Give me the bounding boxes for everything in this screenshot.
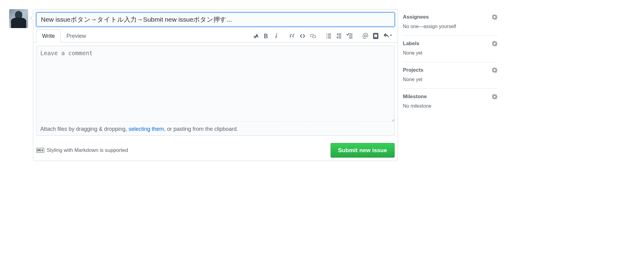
reply-dropdown[interactable] [383,33,392,39]
bold-icon[interactable] [263,33,269,39]
gear-icon[interactable] [492,94,497,99]
sidebar-labels: Labels None yet [403,36,497,62]
issue-composer: Write Preview [33,9,398,161]
assignees-none-text: No one— [403,24,424,29]
assignees-title: Assignees [403,14,429,20]
quote-icon[interactable] [289,33,295,39]
projects-title: Projects [403,67,423,73]
markdown-toolbar [252,33,395,39]
assign-yourself-link[interactable]: assign yourself [424,24,456,29]
attach-hint[interactable]: Attach files by dragging & dropping, sel… [36,123,395,136]
new-issue-form: Write Preview [9,9,497,161]
composer-footer: Styling with Markdown is supported Submi… [36,139,395,161]
labels-title: Labels [403,41,419,47]
assignees-value: No one—assign yourself [403,24,497,29]
milestone-title: Milestone [403,94,427,100]
markdown-hint-text: Styling with Markdown is supported [47,147,128,153]
unordered-list-icon[interactable] [326,33,332,39]
submit-new-issue-button[interactable]: Submit new issue [331,143,395,158]
gear-icon[interactable] [492,14,497,20]
mention-icon[interactable] [362,33,368,39]
attach-select-link[interactable]: selecting them [128,126,164,132]
issue-title-input[interactable] [36,13,395,27]
tab-write[interactable]: Write [36,30,61,43]
tab-preview[interactable]: Preview [61,30,92,43]
saved-reply-icon[interactable] [373,33,379,39]
code-icon[interactable] [299,33,306,39]
sidebar: Assignees No one—assign yourself Labels … [403,9,497,161]
italic-icon[interactable] [273,33,279,39]
milestone-value: No milestone [403,103,497,109]
link-icon[interactable] [310,33,316,39]
sidebar-projects: Projects None yet [403,62,497,89]
text-size-icon[interactable] [252,33,259,39]
sidebar-milestone: Milestone No milestone [403,89,497,115]
editor-tabs-bar: Write Preview [33,30,398,43]
comment-body-wrap: Attach files by dragging & dropping, sel… [33,43,398,139]
main-column: Write Preview [33,9,398,161]
ordered-list-icon[interactable] [336,33,342,39]
comment-textarea[interactable] [36,46,395,122]
labels-value: None yet [403,50,497,56]
attach-suffix: , or pasting from the clipboard. [164,126,238,132]
markdown-hint[interactable]: Styling with Markdown is supported [36,147,128,153]
sidebar-assignees: Assignees No one—assign yourself [403,9,497,36]
tabs: Write Preview [36,30,92,43]
attach-prefix: Attach files by dragging & dropping, [40,126,128,132]
projects-value: None yet [403,77,497,82]
chevron-down-icon [390,35,392,37]
task-list-icon[interactable] [346,33,353,39]
markdown-icon [36,148,44,153]
avatar[interactable] [9,9,28,28]
gear-icon[interactable] [492,67,497,73]
gear-icon[interactable] [492,41,497,46]
